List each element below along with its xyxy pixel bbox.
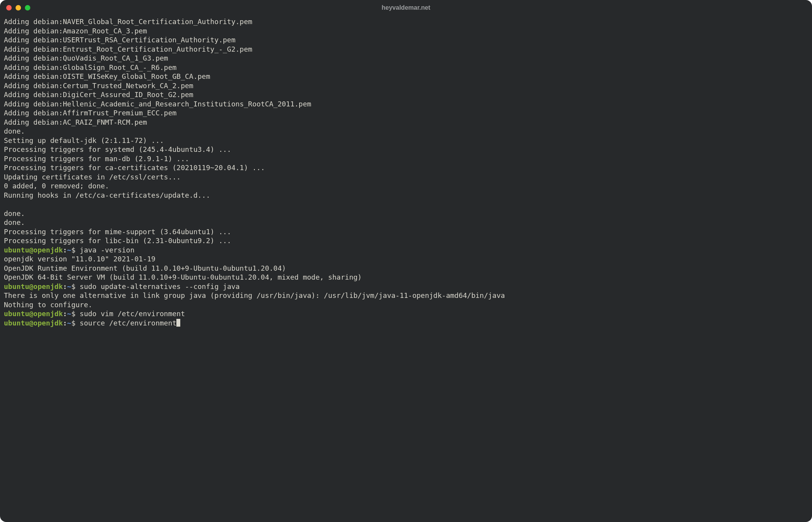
- output-line: Nothing to configure.: [4, 300, 808, 310]
- output-line: Adding debian:Amazon_Root_CA_3.pem: [4, 26, 808, 36]
- prompt-colon: :: [63, 310, 67, 318]
- output-line: Adding debian:NAVER_Global_Root_Certific…: [4, 17, 808, 26]
- prompt-user-host: ubuntu@openjdk: [4, 246, 63, 254]
- output-line: done.: [4, 209, 808, 218]
- prompt-line[interactable]: ubuntu@openjdk:~$ source /etc/environmen…: [4, 318, 808, 328]
- prompt-line[interactable]: ubuntu@openjdk:~$ java -version: [4, 245, 808, 255]
- prompt-user-host: ubuntu@openjdk: [4, 282, 63, 291]
- prompt-colon: :: [63, 319, 67, 327]
- terminal-output[interactable]: Adding debian:NAVER_Global_Root_Certific…: [0, 16, 812, 522]
- prompt-symbol: $: [71, 282, 80, 291]
- window-controls: [6, 5, 30, 10]
- output-line: Adding debian:Entrust_Root_Certification…: [4, 45, 808, 54]
- close-button[interactable]: [6, 5, 12, 10]
- output-line: Adding debian:AffirmTrust_Premium_ECC.pe…: [4, 108, 808, 118]
- output-line: OpenJDK Runtime Environment (build 11.0.…: [4, 264, 808, 273]
- prompt-user-host: ubuntu@openjdk: [4, 310, 63, 318]
- output-line: Adding debian:DigiCert_Assured_ID_Root_G…: [4, 90, 808, 99]
- output-line: openjdk version "11.0.10" 2021-01-19: [4, 254, 808, 264]
- output-line: done.: [4, 127, 808, 136]
- output-line: Adding debian:Hellenic_Academic_and_Rese…: [4, 99, 808, 109]
- output-line: There is only one alternative in link gr…: [4, 291, 808, 300]
- output-line: Processing triggers for man-db (2.9.1-1)…: [4, 154, 808, 164]
- prompt-line[interactable]: ubuntu@openjdk:~$ sudo vim /etc/environm…: [4, 309, 808, 318]
- cursor: [176, 319, 180, 327]
- window-title: heyvaldemar.net: [0, 4, 812, 11]
- prompt-symbol: $: [71, 319, 80, 327]
- output-line: [4, 200, 808, 209]
- prompt-path: ~: [67, 282, 71, 291]
- output-line: Processing triggers for mime-support (3.…: [4, 227, 808, 237]
- output-line: Adding debian:OISTE_WISeKey_Global_Root_…: [4, 72, 808, 81]
- output-line: Running hooks in /etc/ca-certificates/up…: [4, 191, 808, 200]
- output-line: Processing triggers for systemd (245.4-4…: [4, 145, 808, 154]
- output-line: Adding debian:AC_RAIZ_FNMT-RCM.pem: [4, 118, 808, 127]
- prompt-symbol: $: [71, 246, 80, 254]
- output-line: Adding debian:GlobalSign_Root_CA_-_R6.pe…: [4, 63, 808, 72]
- minimize-button[interactable]: [16, 5, 21, 10]
- prompt-path: ~: [67, 310, 71, 318]
- prompt-path: ~: [67, 246, 71, 254]
- terminal-window: heyvaldemar.net Adding debian:NAVER_Glob…: [0, 0, 812, 522]
- output-line: OpenJDK 64-Bit Server VM (build 11.0.10+…: [4, 273, 808, 282]
- output-line: Setting up default-jdk (2:1.11-72) ...: [4, 136, 808, 145]
- output-line: Processing triggers for ca-certificates …: [4, 163, 808, 172]
- prompt-path: ~: [67, 319, 71, 327]
- prompt-colon: :: [63, 282, 67, 291]
- output-line: Adding debian:USERTrust_RSA_Certificatio…: [4, 35, 808, 45]
- command-text: sudo update-alternatives --config java: [80, 282, 240, 291]
- output-line: done.: [4, 218, 808, 227]
- output-line: Adding debian:QuoVadis_Root_CA_1_G3.pem: [4, 54, 808, 63]
- prompt-user-host: ubuntu@openjdk: [4, 319, 63, 327]
- titlebar: heyvaldemar.net: [0, 0, 812, 16]
- command-text: java -version: [80, 246, 134, 254]
- prompt-line[interactable]: ubuntu@openjdk:~$ sudo update-alternativ…: [4, 282, 808, 291]
- prompt-colon: :: [63, 246, 67, 254]
- prompt-symbol: $: [71, 310, 80, 318]
- output-line: 0 added, 0 removed; done.: [4, 181, 808, 191]
- output-line: Processing triggers for libc-bin (2.31-0…: [4, 236, 808, 245]
- command-text: sudo vim /etc/environment: [80, 310, 185, 318]
- output-line: Updating certificates in /etc/ssl/certs.…: [4, 172, 808, 182]
- command-text: source /etc/environment: [80, 319, 176, 327]
- output-line: Adding debian:Certum_Trusted_Network_CA_…: [4, 81, 808, 90]
- maximize-button[interactable]: [25, 5, 30, 10]
